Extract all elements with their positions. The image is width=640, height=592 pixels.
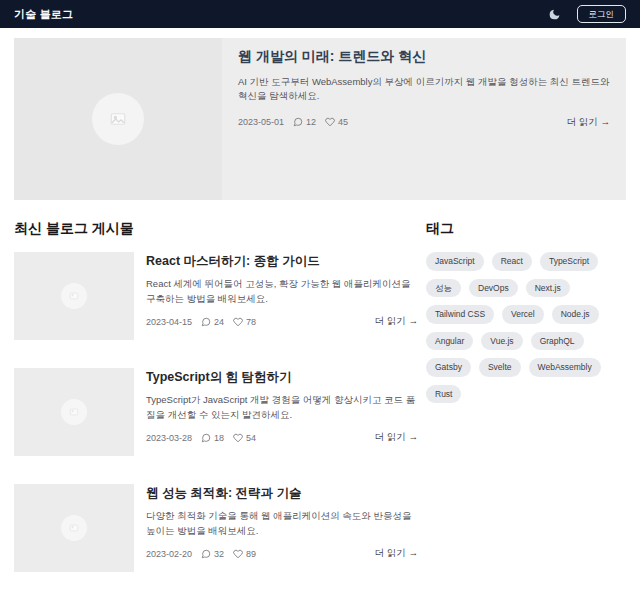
post-title[interactable]: 웹 성능 최적화: 전략과 기술 (146, 485, 418, 502)
post-content: React 마스터하기: 종합 가이드 React 세계에 뛰어들어 고성능, … (146, 252, 418, 340)
tag-list: JavaScriptReactTypeScript성능DevOpsNext.js… (426, 252, 626, 403)
post-meta: 2023-02-20 32 89 더 읽기 → (146, 547, 418, 560)
tag-pill[interactable]: Vue.js (481, 332, 522, 351)
post-date: 2023-03-28 (146, 433, 192, 443)
tag-pill[interactable]: 성능 (426, 279, 461, 298)
featured-post-title[interactable]: 웹 개발의 미래: 트렌드와 혁신 (238, 48, 610, 66)
comment-icon (201, 317, 211, 327)
featured-post-card: 웹 개발의 미래: 트렌드와 혁신 AI 기반 도구부터 WebAssembly… (14, 38, 626, 200)
featured-post-content: 웹 개발의 미래: 트렌드와 혁신 AI 기반 도구부터 WebAssembly… (222, 38, 626, 200)
like-count: 54 (233, 433, 256, 443)
tag-pill[interactable]: WebAssembly (529, 358, 601, 377)
comment-icon (293, 117, 303, 127)
post-date: 2023-04-15 (146, 317, 192, 327)
tag-pill[interactable]: DevOps (469, 279, 518, 298)
post-description: 다양한 최적화 기술을 통해 웹 애플리케이션의 속도와 반응성을 높이는 방법… (146, 509, 418, 538)
post-thumbnail[interactable] (14, 484, 134, 572)
read-more-link[interactable]: 더 읽기 → (375, 547, 418, 560)
image-placeholder-icon (61, 515, 87, 541)
like-count: 45 (325, 117, 348, 127)
comment-count: 18 (201, 433, 224, 443)
read-more-link[interactable]: 더 읽기 → (375, 431, 418, 444)
comment-count: 12 (293, 117, 316, 127)
post-content: TypeScript의 힘 탐험하기 TypeScript가 JavaScrip… (146, 368, 418, 456)
like-count: 78 (233, 317, 256, 327)
tag-pill[interactable]: Svelte (479, 358, 521, 377)
header-actions: 로그인 (547, 5, 627, 24)
heart-icon (325, 117, 335, 127)
tag-pill[interactable]: GraphQL (531, 332, 584, 351)
latest-posts-heading: 최신 블로그 게시물 (14, 220, 418, 238)
read-more-link[interactable]: 더 읽기 → (375, 315, 418, 328)
tag-pill[interactable]: Tailwind CSS (426, 305, 494, 324)
comment-count: 32 (201, 549, 224, 559)
comment-icon (201, 433, 211, 443)
tag-pill[interactable]: Vercel (502, 305, 544, 324)
featured-post-image[interactable] (14, 38, 222, 200)
app-header: 기술 블로그 로그인 (0, 0, 640, 28)
tag-pill[interactable]: Next.js (526, 279, 570, 298)
post-card: React 마스터하기: 종합 가이드 React 세계에 뛰어들어 고성능, … (14, 252, 418, 340)
tag-pill[interactable]: Rust (426, 385, 461, 404)
tag-pill[interactable]: JavaScript (426, 252, 484, 271)
post-date: 2023-02-20 (146, 549, 192, 559)
tag-pill[interactable]: React (492, 252, 532, 271)
dark-mode-toggle[interactable] (547, 6, 563, 22)
moon-icon (548, 8, 561, 21)
read-more-link[interactable]: 더 읽기 → (567, 116, 610, 129)
heart-icon (233, 549, 243, 559)
tag-pill[interactable]: Angular (426, 332, 473, 351)
tags-section: 태그 JavaScriptReactTypeScript성능DevOpsNext… (426, 220, 626, 592)
image-placeholder-icon (61, 399, 87, 425)
comment-icon (201, 549, 211, 559)
post-meta: 2023-04-15 24 78 더 읽기 → (146, 315, 418, 328)
post-date: 2023-05-01 (238, 117, 284, 127)
tag-pill[interactable]: TypeScript (540, 252, 598, 271)
tag-pill[interactable]: Node.js (552, 305, 599, 324)
post-content: 웹 성능 최적화: 전략과 기술 다양한 최적화 기술을 통해 웹 애플리케이션… (146, 484, 418, 572)
image-placeholder-icon (61, 283, 87, 309)
login-button[interactable]: 로그인 (577, 5, 627, 24)
post-thumbnail[interactable] (14, 368, 134, 456)
post-card: TypeScript의 힘 탐험하기 TypeScript가 JavaScrip… (14, 368, 418, 456)
site-title[interactable]: 기술 블로그 (14, 7, 73, 22)
post-meta: 2023-03-28 18 54 더 읽기 → (146, 431, 418, 444)
post-title[interactable]: React 마스터하기: 종합 가이드 (146, 253, 418, 270)
like-count: 89 (233, 549, 256, 559)
tags-heading: 태그 (426, 220, 626, 238)
main-content: 최신 블로그 게시물 React 마스터하기: 종합 가이드 React 세계에… (0, 220, 640, 592)
heart-icon (233, 317, 243, 327)
tag-pill[interactable]: Gatsby (426, 358, 471, 377)
heart-icon (233, 433, 243, 443)
post-thumbnail[interactable] (14, 252, 134, 340)
featured-post-meta: 2023-05-01 12 45 더 읽기 → (238, 116, 610, 129)
post-description: TypeScript가 JavaScript 개발 경험을 어떻게 향상시키고 … (146, 393, 418, 422)
featured-post-description: AI 기반 도구부터 WebAssembly의 부상에 이르기까지 웹 개발을 … (238, 75, 610, 104)
post-title[interactable]: TypeScript의 힘 탐험하기 (146, 369, 418, 386)
post-card: 웹 성능 최적화: 전략과 기술 다양한 최적화 기술을 통해 웹 애플리케이션… (14, 484, 418, 572)
latest-posts-section: 최신 블로그 게시물 React 마스터하기: 종합 가이드 React 세계에… (14, 220, 418, 592)
post-description: React 세계에 뛰어들어 고성능, 확장 가능한 웹 애플리케이션을 구축하… (146, 277, 418, 306)
image-placeholder-icon (92, 93, 144, 145)
comment-count: 24 (201, 317, 224, 327)
